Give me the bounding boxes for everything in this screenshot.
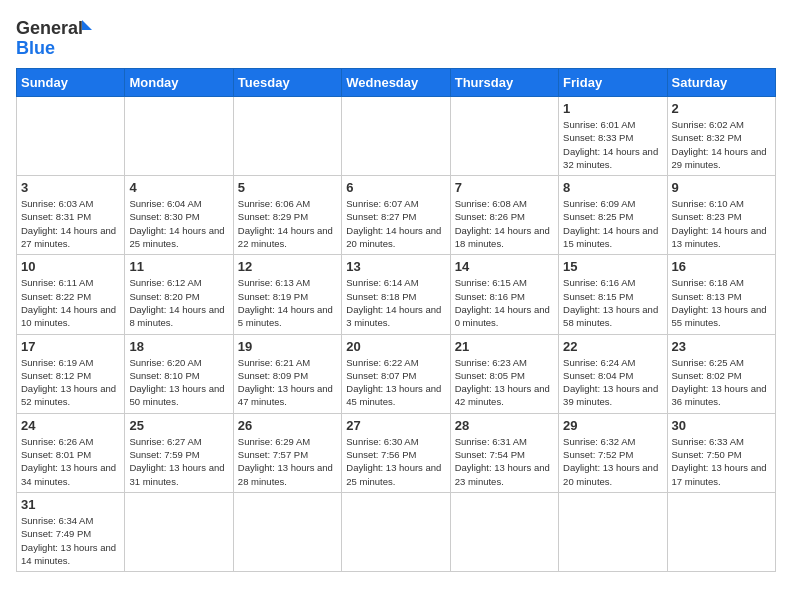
- day-info: Sunrise: 6:15 AM Sunset: 8:16 PM Dayligh…: [455, 276, 554, 329]
- day-info: Sunrise: 6:23 AM Sunset: 8:05 PM Dayligh…: [455, 356, 554, 409]
- day-number: 30: [672, 418, 771, 433]
- calendar-cell: 18Sunrise: 6:20 AM Sunset: 8:10 PM Dayli…: [125, 334, 233, 413]
- calendar-cell: 1Sunrise: 6:01 AM Sunset: 8:33 PM Daylig…: [559, 97, 667, 176]
- day-header-thursday: Thursday: [450, 69, 558, 97]
- day-header-sunday: Sunday: [17, 69, 125, 97]
- calendar-cell: [450, 97, 558, 176]
- calendar-cell: 17Sunrise: 6:19 AM Sunset: 8:12 PM Dayli…: [17, 334, 125, 413]
- calendar-cell: 14Sunrise: 6:15 AM Sunset: 8:16 PM Dayli…: [450, 255, 558, 334]
- day-number: 25: [129, 418, 228, 433]
- calendar-cell: [667, 492, 775, 571]
- calendar-cell: 5Sunrise: 6:06 AM Sunset: 8:29 PM Daylig…: [233, 176, 341, 255]
- day-info: Sunrise: 6:11 AM Sunset: 8:22 PM Dayligh…: [21, 276, 120, 329]
- calendar-week-3: 17Sunrise: 6:19 AM Sunset: 8:12 PM Dayli…: [17, 334, 776, 413]
- day-header-monday: Monday: [125, 69, 233, 97]
- day-info: Sunrise: 6:19 AM Sunset: 8:12 PM Dayligh…: [21, 356, 120, 409]
- day-info: Sunrise: 6:31 AM Sunset: 7:54 PM Dayligh…: [455, 435, 554, 488]
- day-number: 12: [238, 259, 337, 274]
- header: GeneralBlue: [16, 16, 776, 60]
- day-number: 23: [672, 339, 771, 354]
- day-info: Sunrise: 6:27 AM Sunset: 7:59 PM Dayligh…: [129, 435, 228, 488]
- day-number: 29: [563, 418, 662, 433]
- day-info: Sunrise: 6:09 AM Sunset: 8:25 PM Dayligh…: [563, 197, 662, 250]
- calendar-week-4: 24Sunrise: 6:26 AM Sunset: 8:01 PM Dayli…: [17, 413, 776, 492]
- day-number: 13: [346, 259, 445, 274]
- calendar-cell: 7Sunrise: 6:08 AM Sunset: 8:26 PM Daylig…: [450, 176, 558, 255]
- calendar-week-0: 1Sunrise: 6:01 AM Sunset: 8:33 PM Daylig…: [17, 97, 776, 176]
- calendar-header-row: SundayMondayTuesdayWednesdayThursdayFrid…: [17, 69, 776, 97]
- day-number: 19: [238, 339, 337, 354]
- day-number: 6: [346, 180, 445, 195]
- calendar-cell: 9Sunrise: 6:10 AM Sunset: 8:23 PM Daylig…: [667, 176, 775, 255]
- day-info: Sunrise: 6:30 AM Sunset: 7:56 PM Dayligh…: [346, 435, 445, 488]
- svg-marker-2: [82, 20, 92, 30]
- calendar-cell: 30Sunrise: 6:33 AM Sunset: 7:50 PM Dayli…: [667, 413, 775, 492]
- day-number: 24: [21, 418, 120, 433]
- calendar-cell: 24Sunrise: 6:26 AM Sunset: 8:01 PM Dayli…: [17, 413, 125, 492]
- day-number: 10: [21, 259, 120, 274]
- day-info: Sunrise: 6:04 AM Sunset: 8:30 PM Dayligh…: [129, 197, 228, 250]
- calendar-cell: [233, 492, 341, 571]
- svg-text:Blue: Blue: [16, 38, 55, 58]
- day-header-friday: Friday: [559, 69, 667, 97]
- day-number: 18: [129, 339, 228, 354]
- day-info: Sunrise: 6:16 AM Sunset: 8:15 PM Dayligh…: [563, 276, 662, 329]
- day-info: Sunrise: 6:21 AM Sunset: 8:09 PM Dayligh…: [238, 356, 337, 409]
- day-number: 17: [21, 339, 120, 354]
- calendar-cell: 8Sunrise: 6:09 AM Sunset: 8:25 PM Daylig…: [559, 176, 667, 255]
- calendar-cell: [342, 97, 450, 176]
- day-number: 1: [563, 101, 662, 116]
- calendar-cell: 25Sunrise: 6:27 AM Sunset: 7:59 PM Dayli…: [125, 413, 233, 492]
- calendar-cell: 15Sunrise: 6:16 AM Sunset: 8:15 PM Dayli…: [559, 255, 667, 334]
- day-info: Sunrise: 6:02 AM Sunset: 8:32 PM Dayligh…: [672, 118, 771, 171]
- calendar-cell: [342, 492, 450, 571]
- calendar-cell: 21Sunrise: 6:23 AM Sunset: 8:05 PM Dayli…: [450, 334, 558, 413]
- day-info: Sunrise: 6:12 AM Sunset: 8:20 PM Dayligh…: [129, 276, 228, 329]
- day-info: Sunrise: 6:24 AM Sunset: 8:04 PM Dayligh…: [563, 356, 662, 409]
- calendar: SundayMondayTuesdayWednesdayThursdayFrid…: [16, 68, 776, 572]
- day-number: 9: [672, 180, 771, 195]
- calendar-cell: 23Sunrise: 6:25 AM Sunset: 8:02 PM Dayli…: [667, 334, 775, 413]
- calendar-cell: 22Sunrise: 6:24 AM Sunset: 8:04 PM Dayli…: [559, 334, 667, 413]
- day-number: 20: [346, 339, 445, 354]
- day-number: 31: [21, 497, 120, 512]
- day-info: Sunrise: 6:01 AM Sunset: 8:33 PM Dayligh…: [563, 118, 662, 171]
- logo: GeneralBlue: [16, 16, 96, 60]
- day-header-tuesday: Tuesday: [233, 69, 341, 97]
- calendar-cell: [233, 97, 341, 176]
- calendar-cell: 3Sunrise: 6:03 AM Sunset: 8:31 PM Daylig…: [17, 176, 125, 255]
- calendar-cell: [450, 492, 558, 571]
- day-number: 8: [563, 180, 662, 195]
- day-info: Sunrise: 6:08 AM Sunset: 8:26 PM Dayligh…: [455, 197, 554, 250]
- day-number: 26: [238, 418, 337, 433]
- calendar-cell: 12Sunrise: 6:13 AM Sunset: 8:19 PM Dayli…: [233, 255, 341, 334]
- calendar-week-5: 31Sunrise: 6:34 AM Sunset: 7:49 PM Dayli…: [17, 492, 776, 571]
- calendar-week-1: 3Sunrise: 6:03 AM Sunset: 8:31 PM Daylig…: [17, 176, 776, 255]
- calendar-cell: 31Sunrise: 6:34 AM Sunset: 7:49 PM Dayli…: [17, 492, 125, 571]
- calendar-cell: [559, 492, 667, 571]
- calendar-cell: 27Sunrise: 6:30 AM Sunset: 7:56 PM Dayli…: [342, 413, 450, 492]
- day-number: 22: [563, 339, 662, 354]
- calendar-cell: 19Sunrise: 6:21 AM Sunset: 8:09 PM Dayli…: [233, 334, 341, 413]
- day-info: Sunrise: 6:32 AM Sunset: 7:52 PM Dayligh…: [563, 435, 662, 488]
- day-info: Sunrise: 6:29 AM Sunset: 7:57 PM Dayligh…: [238, 435, 337, 488]
- calendar-cell: 29Sunrise: 6:32 AM Sunset: 7:52 PM Dayli…: [559, 413, 667, 492]
- calendar-cell: 13Sunrise: 6:14 AM Sunset: 8:18 PM Dayli…: [342, 255, 450, 334]
- calendar-cell: [125, 97, 233, 176]
- calendar-cell: [125, 492, 233, 571]
- calendar-cell: [17, 97, 125, 176]
- day-info: Sunrise: 6:07 AM Sunset: 8:27 PM Dayligh…: [346, 197, 445, 250]
- calendar-cell: 28Sunrise: 6:31 AM Sunset: 7:54 PM Dayli…: [450, 413, 558, 492]
- day-info: Sunrise: 6:14 AM Sunset: 8:18 PM Dayligh…: [346, 276, 445, 329]
- day-info: Sunrise: 6:34 AM Sunset: 7:49 PM Dayligh…: [21, 514, 120, 567]
- day-number: 28: [455, 418, 554, 433]
- day-header-saturday: Saturday: [667, 69, 775, 97]
- day-info: Sunrise: 6:20 AM Sunset: 8:10 PM Dayligh…: [129, 356, 228, 409]
- day-number: 14: [455, 259, 554, 274]
- day-number: 4: [129, 180, 228, 195]
- day-info: Sunrise: 6:25 AM Sunset: 8:02 PM Dayligh…: [672, 356, 771, 409]
- calendar-week-2: 10Sunrise: 6:11 AM Sunset: 8:22 PM Dayli…: [17, 255, 776, 334]
- day-number: 15: [563, 259, 662, 274]
- day-info: Sunrise: 6:22 AM Sunset: 8:07 PM Dayligh…: [346, 356, 445, 409]
- logo-svg: GeneralBlue: [16, 16, 96, 60]
